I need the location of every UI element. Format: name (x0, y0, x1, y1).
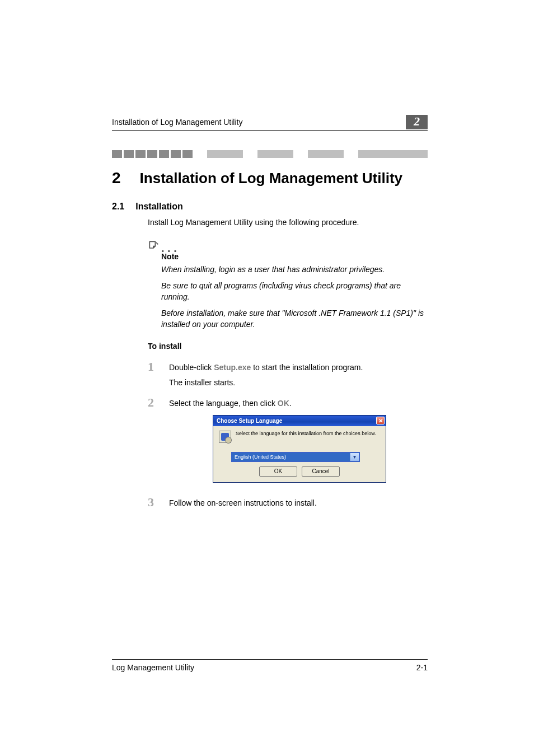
step-3-text: Follow the on-screen instructions to ins… (169, 496, 317, 509)
note-block: . . . Note When installing, login as a u… (148, 240, 428, 330)
dialog-screenshot: Choose Setup Language ✕ Select the langu… (213, 415, 386, 483)
note-ellipsis: . . . (161, 245, 177, 251)
ok-button[interactable]: OK (259, 466, 297, 477)
step-1-keyword: Setup.exe (214, 363, 251, 372)
to-install-heading: To install (148, 342, 428, 351)
note-text-2: Be sure to quit all programs (including … (161, 281, 428, 302)
step-1-text-post: to start the installation program. (251, 363, 363, 372)
h2-title: Installation (135, 202, 182, 212)
step-2-text-pre: Select the language, then click (169, 399, 278, 408)
h2-number: 2.1 (112, 202, 124, 212)
note-text-3: Before installation, make sure that "Mic… (161, 308, 428, 330)
step-1-number: 1 (148, 361, 157, 389)
step-1-text-pre: Double-click (169, 363, 214, 372)
step-1: 1 Double-click Setup.exe to start the in… (148, 361, 428, 389)
note-text-1: When installing, login as a user that ha… (161, 264, 428, 276)
note-icon (148, 240, 159, 251)
footer-left: Log Management Utility (112, 663, 194, 672)
h1-number: 2 (112, 169, 121, 187)
step-1-sub: The installer starts. (169, 377, 363, 389)
step-2-text-post: . (289, 399, 292, 408)
language-dropdown[interactable]: English (United States) ▾ (231, 452, 360, 462)
dialog-title: Choose Setup Language (217, 418, 282, 424)
dialog-message: Select the language for this installatio… (236, 431, 376, 437)
step-3-number: 3 (148, 496, 157, 509)
h1-title: Installation of Log Management Utility (140, 170, 402, 187)
footer-page-number: 2-1 (416, 663, 428, 672)
step-2-number: 2 (148, 396, 157, 409)
note-heading: Note (161, 252, 428, 261)
header-rule (112, 130, 428, 131)
intro-paragraph: Install Log Management Utility using the… (148, 217, 428, 228)
cancel-button[interactable]: Cancel (302, 466, 340, 477)
decorative-stripe (112, 150, 428, 158)
chevron-down-icon[interactable]: ▾ (350, 453, 359, 461)
chapter-badge: 2 (406, 115, 428, 129)
step-2-keyword: OK (278, 399, 289, 408)
step-3: 3 Follow the on-screen instructions to i… (148, 496, 428, 509)
step-2: 2 Select the language, then click OK. (148, 396, 428, 409)
footer-rule (112, 659, 428, 660)
close-icon[interactable]: ✕ (376, 417, 385, 424)
installer-icon (219, 431, 231, 443)
language-selected: English (United States) (232, 453, 350, 461)
running-header: Installation of Log Management Utility (112, 118, 242, 127)
